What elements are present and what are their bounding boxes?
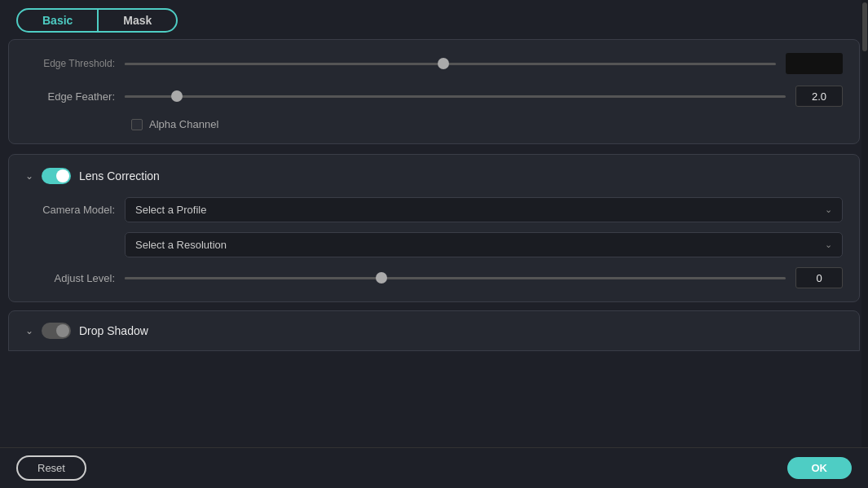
alpha-channel-row: Alpha Channel [131, 118, 843, 130]
adjust-level-value[interactable]: 0 [795, 267, 843, 288]
edge-feather-value[interactable]: 2.0 [795, 86, 843, 107]
adjust-level-label: Adjust Level: [25, 272, 115, 284]
resolution-row: Select a Resolution ⌄ [125, 232, 843, 257]
scrollbar-thumb[interactable] [862, 2, 867, 51]
camera-model-dropdown[interactable]: Select a Profile ⌄ [125, 197, 843, 222]
drop-shadow-toggle[interactable] [42, 323, 71, 339]
edge-panel: Edge Threshold: Edge Feather: 2.0 Alpha … [8, 39, 860, 144]
tab-mask[interactable]: Mask [97, 10, 176, 31]
edge-feather-slider[interactable] [125, 95, 786, 98]
reset-button[interactable]: Reset [16, 455, 86, 481]
edge-feather-label: Edge Feather: [25, 90, 115, 103]
alpha-channel-checkbox[interactable] [131, 119, 143, 130]
lens-correction-toggle-knob [56, 169, 69, 182]
alpha-channel-label: Alpha Channel [149, 118, 218, 130]
drop-shadow-title: Drop Shadow [79, 324, 148, 337]
lens-correction-toggle[interactable] [42, 168, 71, 184]
camera-model-label: Camera Model: [25, 204, 115, 216]
lens-correction-title: Lens Correction [79, 169, 160, 182]
resolution-dropdown[interactable]: Select a Resolution ⌄ [125, 232, 843, 257]
bottom-bar: Reset OK [0, 447, 868, 488]
lens-correction-header: ⌄ Lens Correction [25, 168, 843, 184]
edge-threshold-row: Edge Threshold: [25, 53, 843, 74]
tabs-group: Basic Mask [16, 8, 178, 33]
edge-threshold-slider[interactable] [125, 63, 776, 65]
lens-correction-chevron[interactable]: ⌄ [25, 170, 33, 182]
edge-threshold-label: Edge Threshold: [25, 58, 115, 69]
camera-model-chevron-icon: ⌄ [825, 204, 832, 215]
drop-shadow-toggle-knob [56, 324, 69, 337]
tab-basic[interactable]: Basic [18, 10, 97, 31]
drop-shadow-chevron[interactable]: ⌄ [25, 325, 33, 336]
adjust-level-slider[interactable] [125, 277, 786, 279]
resolution-value: Select a Resolution [135, 239, 227, 251]
ok-button[interactable]: OK [787, 457, 853, 479]
camera-model-value: Select a Profile [135, 204, 206, 216]
scrollbar[interactable] [861, 0, 868, 488]
lens-correction-panel: ⌄ Lens Correction Camera Model: Select a… [8, 154, 860, 302]
resolution-chevron-icon: ⌄ [825, 240, 832, 250]
drop-shadow-panel: ⌄ Drop Shadow [8, 310, 860, 351]
edge-feather-row: Edge Feather: 2.0 [25, 86, 843, 107]
adjust-level-row: Adjust Level: 0 [25, 267, 843, 288]
edge-threshold-value[interactable] [786, 53, 843, 74]
camera-model-row: Camera Model: Select a Profile ⌄ [25, 197, 843, 222]
